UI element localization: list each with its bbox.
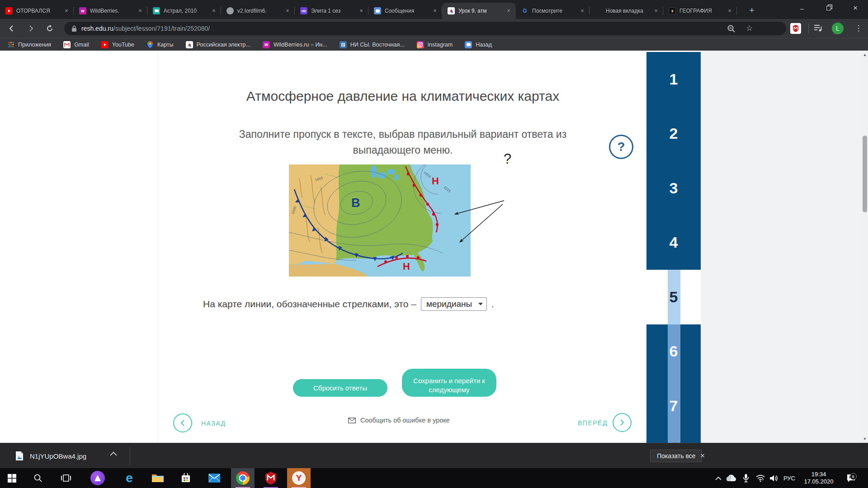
progress-stripe-mid [668,324,680,443]
close-icon[interactable]: × [284,7,291,14]
close-icon[interactable]: × [137,7,144,14]
close-icon[interactable]: × [358,7,365,14]
tab-wildberries[interactable]: W WildBerries. × [74,3,147,19]
sidebar-page-3[interactable]: 3 [646,161,701,216]
report-error-link[interactable]: Сообщить об ошибке в уроке [348,417,450,424]
help-button[interactable]: ? [609,135,633,159]
tab-elita[interactable]: HD Элита 1 сез × [295,3,368,19]
yandex-browser-icon[interactable]: Y [287,468,311,488]
bookmark-star-icon[interactable]: ☆ [746,23,753,33]
window-close-button[interactable]: × [842,0,868,16]
tab-title: v2.lordfilm6. [237,8,284,14]
task-view-icon[interactable] [54,468,78,488]
apps-grid-icon [7,41,14,48]
scrollbar-thumb[interactable] [863,136,867,212]
hd-icon: HD [300,7,307,14]
url-host: resh.edu.ru [81,25,113,32]
onedrive-cloud-icon[interactable] [724,468,739,488]
taskbar-search-icon[interactable] [26,468,50,488]
new-tab-button[interactable]: + [745,4,759,17]
close-icon[interactable]: × [63,7,70,14]
media-playlist-icon[interactable] [814,24,823,34]
extension-mcafee-icon[interactable] [790,23,801,34]
mail-icon[interactable] [203,468,226,488]
answer-dropdown[interactable]: меридианы [421,297,487,311]
profile-avatar[interactable]: L [832,23,844,34]
notification-center-icon[interactable]: 8 [841,468,861,488]
forward-nav-label[interactable]: ВПЕРЁД [578,419,608,427]
close-icon[interactable]: × [210,7,217,14]
forward-circle-button[interactable] [613,413,632,432]
bookmark-nisy[interactable]: НИ СЫ. Восточная... [340,41,405,48]
back-nav-label[interactable]: НАЗАД [201,420,226,427]
yandex-alice-icon[interactable] [86,468,109,488]
zoom-out-icon[interactable] [727,24,736,35]
tab-astral[interactable]: Астрал, 2010 × [147,3,221,19]
taskbar-clock[interactable]: 19:34 17.05.2020 [799,468,838,488]
page-scrollbar[interactable]: ▲ ▼ [862,51,868,443]
volume-icon[interactable] [767,468,781,488]
reload-button[interactable] [42,20,58,37]
bookmark-youtube[interactable]: YouTube [101,41,134,48]
language-indicator[interactable]: РУС [780,468,798,488]
tab-youtube[interactable]: ОТОРВАЛСЯ × [0,3,74,19]
bookmark-maps[interactable]: Карты [146,41,174,48]
tab-messages[interactable]: Сообщения × [368,3,442,19]
download-bar-close-icon[interactable]: × [696,450,709,462]
downloaded-file-chip[interactable]: N1jYUpOBwa4.jpg [11,447,91,465]
close-icon[interactable]: × [431,7,439,14]
window-minimize-button[interactable]: – [789,0,815,16]
dropdown-value: меридианы [426,299,472,309]
tab-lordfilm[interactable]: v2.lordfilm6. × [221,3,295,19]
save-and-next-button[interactable]: Сохранить и перейти к следующему [402,369,496,397]
chrome-icon[interactable] [231,468,255,488]
close-icon[interactable]: × [505,7,512,14]
microphone-icon[interactable] [739,468,753,488]
microsoft-store-icon[interactable] [174,468,198,488]
bookmark-instagram[interactable]: Instagram [417,41,453,48]
chevron-right-icon [619,419,625,426]
bookmark-resh[interactable]: Российская электр... [186,41,250,48]
window-restore-button[interactable] [816,0,842,16]
tab-google[interactable]: G Посмотрите × [516,3,590,19]
notification-badge: 8 [850,473,857,480]
tray-expand-icon[interactable] [712,468,724,488]
scroll-up-icon[interactable]: ▲ [862,52,868,58]
forward-button[interactable] [23,20,39,37]
resh-icon [186,41,193,48]
show-all-downloads-button[interactable]: Показать все [650,450,702,462]
close-icon[interactable]: × [726,7,733,14]
bookmark-gmail[interactable]: Gmail [63,41,89,48]
image-file-icon [15,451,24,461]
right-gray-panel [701,51,862,443]
start-button[interactable] [0,468,24,488]
download-filename: N1jYUpOBwa4.jpg [30,452,86,460]
chevron-left-icon [180,419,185,427]
scroll-down-icon[interactable]: ▼ [862,436,868,442]
close-icon[interactable]: × [579,7,586,14]
low-pressure-letter-top: Н [432,175,439,187]
edge-icon[interactable]: e [118,468,141,488]
youtube-icon [101,41,108,48]
mcafee-icon[interactable] [259,468,283,488]
address-bar[interactable]: resh.edu.ru/subject/lesson/7191/train/25… [64,22,786,35]
sidebar-page-4[interactable]: 4 [646,216,701,270]
bookmark-apps[interactable]: Приложения [7,41,51,48]
bookmark-nazad[interactable]: Назад [465,41,492,48]
tab-geography[interactable]: 3 ГЕОГРАФИЯ × [663,3,737,19]
file-explorer-icon[interactable] [146,468,170,488]
back-button[interactable] [4,20,20,37]
svg-text:*: * [762,479,764,482]
reset-answers-button[interactable]: Сбросить ответы [293,379,387,397]
sidebar-page-1[interactable]: 1 [646,52,701,107]
browser-menu-icon[interactable]: ⋮ [852,21,865,36]
sidebar-page-2[interactable]: 2 [646,107,701,161]
close-icon[interactable]: × [652,7,660,14]
download-chevron-up-icon[interactable] [108,450,118,459]
bookmark-wildberries[interactable]: W WildBerries.ru – Ин... [263,41,327,48]
tab-newtab[interactable]: Новая вкладка × [590,3,663,19]
back-circle-button[interactable] [173,413,192,432]
lock-icon [71,25,77,32]
wifi-icon[interactable]: * [753,468,768,488]
tab-lesson-active[interactable]: Урок 9. атм × [442,3,516,19]
